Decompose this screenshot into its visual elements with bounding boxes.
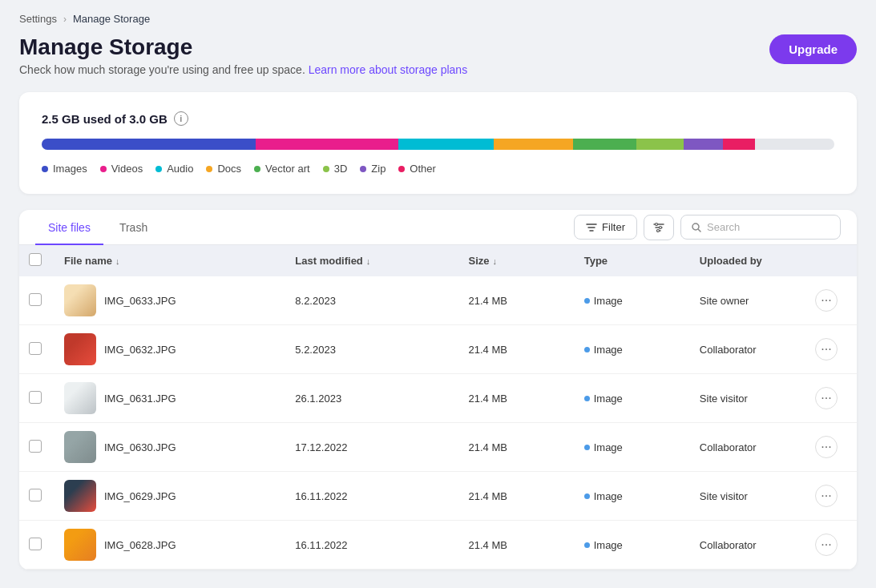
legend-dot [398, 166, 405, 172]
more-actions-button[interactable]: ··· [815, 387, 838, 409]
file-info: IMG_0632.JPG [64, 333, 295, 365]
storage-legend: Images Videos Audio Docs Vector art 3D Z… [42, 163, 834, 175]
legend-dot [42, 166, 48, 172]
filter-icon [586, 222, 597, 233]
legend-item-3d: 3D [323, 163, 348, 175]
file-size: 21.4 MB [469, 490, 584, 502]
file-info: IMG_0629.JPG [64, 480, 295, 512]
page-header: Manage Storage Check how much storage yo… [19, 34, 857, 76]
col-header-filename: File name ↓ [64, 255, 295, 267]
select-all-checkbox[interactable] [29, 253, 42, 266]
breadcrumb: Settings › Manage Storage [19, 13, 857, 25]
info-icon[interactable]: i [174, 111, 188, 126]
legend-dot [155, 166, 162, 172]
upgrade-button[interactable]: Upgrade [769, 34, 857, 64]
row-checkbox-cell [29, 538, 64, 553]
row-actions: ··· [815, 534, 847, 556]
table-row: IMG_0632.JPG 5.2.2023 21.4 MB Image Coll… [19, 325, 857, 374]
page-title: Manage Storage [19, 34, 467, 60]
legend-item-videos: Videos [100, 163, 143, 175]
col-header-checkbox [29, 253, 64, 268]
col-header-type: Type [584, 255, 700, 267]
file-name: IMG_0631.JPG [104, 393, 176, 405]
legend-item-other: Other [398, 163, 436, 175]
legend-item-audio: Audio [155, 163, 193, 175]
search-icon [691, 222, 702, 233]
filename-sort-icon[interactable]: ↓ [115, 256, 120, 266]
bar-segment-zip [684, 139, 723, 150]
file-modified: 5.2.2023 [295, 344, 468, 356]
type-label: Image [594, 295, 623, 307]
settings-filter-button[interactable] [644, 215, 674, 240]
legend-label: 3D [334, 163, 348, 175]
file-info: IMG_0628.JPG [64, 529, 295, 561]
file-uploaded-by: Collaborator [700, 539, 815, 551]
storage-used-text: 2.5 GB used of 3.0 GB [42, 112, 168, 126]
tab-site-files[interactable]: Site files [35, 210, 103, 245]
row-checkbox[interactable] [29, 342, 42, 355]
row-actions: ··· [815, 289, 847, 312]
file-thumbnail [64, 333, 96, 365]
more-actions-button[interactable]: ··· [815, 289, 838, 312]
search-placeholder: Search [707, 221, 740, 233]
subtitle-text: Check how much storage you're using and … [19, 63, 305, 76]
size-sort-icon[interactable]: ↓ [493, 256, 498, 266]
table-row: IMG_0630.JPG 17.12.2022 21.4 MB Image Co… [19, 423, 857, 472]
type-label: Image [594, 441, 623, 453]
file-uploaded-by: Site owner [700, 295, 815, 307]
table-body: IMG_0633.JPG 8.2.2023 21.4 MB Image Site… [19, 276, 857, 570]
bar-segment-other [723, 139, 755, 150]
type-dot [584, 445, 590, 450]
bar-segment-images [42, 139, 256, 150]
row-checkbox-cell [29, 391, 64, 406]
table-row: IMG_0633.JPG 8.2.2023 21.4 MB Image Site… [19, 276, 857, 325]
learn-more-link[interactable]: Learn more about storage plans [309, 63, 467, 76]
more-actions-button[interactable]: ··· [815, 485, 838, 507]
row-checkbox-cell [29, 489, 64, 504]
row-checkbox[interactable] [29, 489, 42, 501]
page-subtitle: Check how much storage you're using and … [19, 63, 467, 76]
type-dot [584, 298, 590, 304]
row-actions: ··· [815, 338, 847, 360]
type-dot [584, 347, 590, 352]
file-modified: 26.1.2023 [295, 393, 468, 405]
file-size: 21.4 MB [469, 539, 584, 551]
file-type: Image [584, 490, 700, 502]
row-checkbox[interactable] [29, 538, 42, 550]
more-actions-button[interactable]: ··· [815, 338, 838, 360]
table-row: IMG_0631.JPG 26.1.2023 21.4 MB Image Sit… [19, 374, 857, 423]
bar-segment-3d [636, 139, 684, 150]
type-dot [584, 493, 590, 499]
row-checkbox[interactable] [29, 293, 42, 306]
search-box[interactable]: Search [680, 215, 841, 240]
legend-item-zip: Zip [360, 163, 386, 175]
sliders-icon [652, 221, 665, 234]
legend-dot [254, 166, 260, 172]
bar-segment-videos [256, 139, 398, 150]
row-checkbox[interactable] [29, 391, 42, 404]
row-checkbox[interactable] [29, 440, 42, 453]
more-actions-button[interactable]: ··· [815, 534, 838, 556]
tab-trash[interactable]: Trash [107, 210, 160, 245]
col-header-uploaded: Uploaded by [700, 255, 815, 267]
table-row: IMG_0629.JPG 16.11.2022 21.4 MB Image Si… [19, 472, 857, 521]
file-thumbnail [64, 284, 96, 316]
filter-button[interactable]: Filter [574, 215, 637, 240]
file-uploaded-by: Collaborator [700, 344, 815, 356]
tabs-actions: Filter Search [574, 215, 841, 240]
file-modified: 16.11.2022 [295, 539, 468, 551]
modified-sort-icon[interactable]: ↓ [366, 256, 371, 266]
legend-label: Videos [111, 163, 143, 175]
legend-label: Docs [217, 163, 241, 175]
breadcrumb-current: Manage Storage [73, 13, 150, 25]
more-actions-button[interactable]: ··· [815, 436, 838, 458]
legend-label: Images [53, 163, 87, 175]
breadcrumb-parent[interactable]: Settings [19, 13, 57, 25]
col-modified-label: Last modified [295, 255, 363, 267]
legend-item-vector-art: Vector art [254, 163, 310, 175]
file-size: 21.4 MB [469, 344, 584, 356]
col-filename-label: File name [64, 255, 112, 267]
row-actions: ··· [815, 387, 847, 409]
row-checkbox-cell [29, 440, 64, 455]
file-uploaded-by: Collaborator [700, 441, 815, 453]
